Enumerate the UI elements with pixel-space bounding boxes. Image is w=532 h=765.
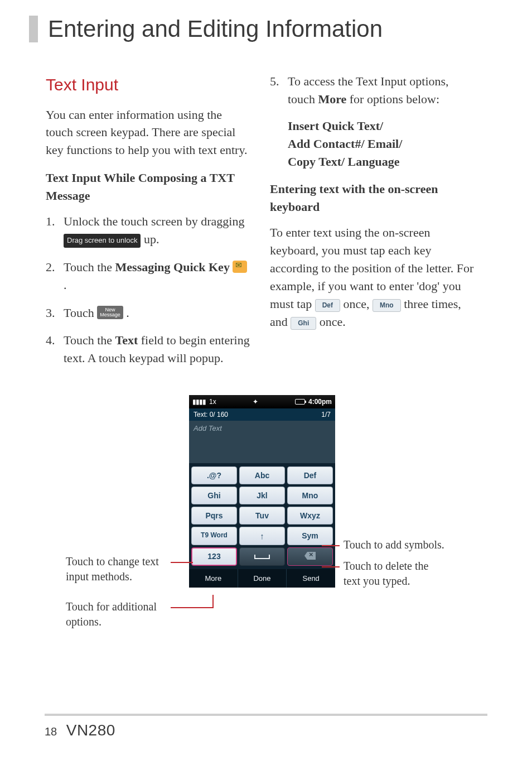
text-field-label: Text	[115, 333, 138, 347]
option-line: Insert Quick Text/	[288, 117, 476, 135]
callout-more-2: options.	[66, 614, 101, 629]
subheading-onscreen-kb: Entering text with the on-screen keyboar…	[270, 180, 476, 216]
text-counter-bar: Text: 0/ 160 1/7	[189, 408, 335, 421]
callout-line	[322, 545, 340, 546]
callout-mode-1: Touch to change text	[66, 554, 159, 569]
send-button[interactable]: Send	[287, 569, 335, 588]
key-ghi[interactable]: Ghi	[191, 487, 237, 504]
messaging-quick-key-label: Messaging Quick Key	[115, 260, 230, 274]
section-heading: Text Input	[46, 73, 252, 97]
callout-line	[212, 595, 214, 607]
key-123[interactable]: 123	[191, 547, 237, 566]
key-row-2: Ghi Jkl Mno	[190, 487, 334, 504]
key-def[interactable]: Def	[287, 466, 333, 484]
page-title: Entering and Editing Information	[48, 16, 383, 42]
page-count: 1/7	[321, 411, 331, 418]
left-column: Text Input You can enter information usi…	[46, 73, 252, 377]
drag-unlock-chip: Drag screen to unlock	[64, 234, 141, 248]
key-sym[interactable]: Sym	[287, 527, 333, 545]
page-title-bar: Entering and Editing Information	[29, 16, 383, 42]
key-shift[interactable]: ↑	[239, 527, 285, 545]
shift-icon: ↑	[260, 531, 264, 541]
step-number: 4.	[46, 331, 55, 349]
key-row-1: .@? Abc Def	[190, 466, 334, 484]
steps-list-cont: 5. To access the Text Input options, tou…	[270, 73, 476, 170]
more-label: More	[318, 92, 346, 106]
intro-para: You can enter information using the touc…	[46, 106, 252, 160]
step-text: .	[64, 278, 67, 292]
callout-delete-1: Touch to delete the	[344, 559, 428, 574]
key-wxyz[interactable]: Wxyz	[287, 507, 333, 525]
callout-delete-2: text you typed.	[344, 574, 410, 589]
done-button[interactable]: Done	[238, 569, 287, 588]
status-left: ▮▮▮▮ 1x	[192, 398, 216, 406]
option-line: Copy Text/ Language	[288, 153, 476, 171]
step-text: .	[126, 306, 129, 320]
key-punct[interactable]: .@?	[191, 466, 237, 484]
step-number: 3.	[46, 304, 55, 322]
step-text: Touch the	[64, 260, 115, 274]
para-text: once,	[344, 297, 373, 311]
battery-icon	[295, 399, 305, 405]
step-text: up.	[144, 232, 159, 246]
key-t9word[interactable]: T9 Word	[191, 527, 237, 545]
callout-sym: Touch to add symbols.	[344, 537, 444, 552]
chip-line2: Message	[100, 312, 120, 317]
key-def-chip: Def	[315, 299, 340, 312]
messaging-quick-key-icon	[233, 261, 247, 273]
step-1: 1. Unlock the touch screen by dragging D…	[46, 213, 252, 248]
para-text: once.	[320, 315, 346, 329]
new-message-chip: New Message	[97, 306, 123, 319]
gps-icon: ✦	[253, 398, 258, 406]
text-input-area[interactable]: Add Text	[189, 421, 335, 464]
steps-list: 1. Unlock the touch screen by dragging D…	[46, 213, 252, 367]
step-text: Touch the	[64, 333, 115, 347]
callout-line	[171, 562, 193, 563]
right-column: 5. To access the Text Input options, tou…	[270, 73, 476, 341]
step-text: for options below:	[350, 92, 439, 106]
step-text: Unlock the touch screen by dragging	[64, 214, 244, 228]
phone-mockup: ▮▮▮▮ 1x ✦ 4:00pm Text: 0/ 160 1/7 Add Te…	[189, 395, 335, 588]
step-number: 5.	[270, 73, 279, 90]
key-jkl[interactable]: Jkl	[239, 487, 285, 504]
key-row-5: 123	[190, 547, 334, 566]
key-ghi-chip: Ghi	[291, 317, 316, 330]
key-delete[interactable]	[287, 547, 333, 566]
callout-line	[171, 607, 214, 608]
callout-line	[322, 566, 340, 567]
callout-mode-2: input methods.	[66, 569, 132, 584]
option-line: Add Contact#/ Email/	[288, 135, 476, 153]
page-number: 18	[45, 725, 57, 738]
key-tuv[interactable]: Tuv	[239, 507, 285, 525]
bottom-bar: More Done Send	[189, 569, 335, 588]
signal-text: 1x	[209, 398, 216, 406]
key-row-3: Pqrs Tuv Wxyz	[190, 507, 334, 525]
footer: 18 VN280	[45, 721, 115, 739]
key-abc[interactable]: Abc	[239, 466, 285, 484]
clock-text: 4:00pm	[308, 398, 332, 406]
status-right: 4:00pm	[295, 398, 332, 406]
key-row-4: T9 Word ↑ Sym	[190, 527, 334, 545]
char-count: Text: 0/ 160	[194, 411, 228, 418]
step-3: 3. Touch New Message .	[46, 304, 252, 322]
step-number: 1.	[46, 213, 55, 230]
key-mno[interactable]: Mno	[287, 487, 333, 504]
placeholder-text: Add Text	[194, 424, 222, 432]
signal-icon: ▮▮▮▮	[192, 398, 206, 406]
callout-more-1: Touch for additional	[66, 599, 157, 614]
key-pqrs[interactable]: Pqrs	[191, 507, 237, 525]
key-space[interactable]	[239, 547, 285, 566]
step-2: 2. Touch the Messaging Quick Key .	[46, 258, 252, 294]
status-bar: ▮▮▮▮ 1x ✦ 4:00pm	[189, 395, 335, 408]
step-5: 5. To access the Text Input options, tou…	[270, 73, 476, 170]
step-text: Touch	[64, 306, 97, 320]
onscreen-kb-para: To enter text using the on-screen keyboa…	[270, 224, 476, 330]
step-number: 2.	[46, 258, 55, 276]
footer-rule	[45, 714, 487, 716]
more-button[interactable]: More	[189, 569, 238, 588]
delete-icon	[304, 552, 316, 560]
step-4: 4. Touch the Text field to begin enterin…	[46, 331, 252, 367]
space-icon	[254, 555, 270, 559]
model-label: VN280	[66, 721, 115, 739]
keypad: .@? Abc Def Ghi Jkl Mno Pqrs Tuv Wxyz T9…	[189, 464, 335, 569]
